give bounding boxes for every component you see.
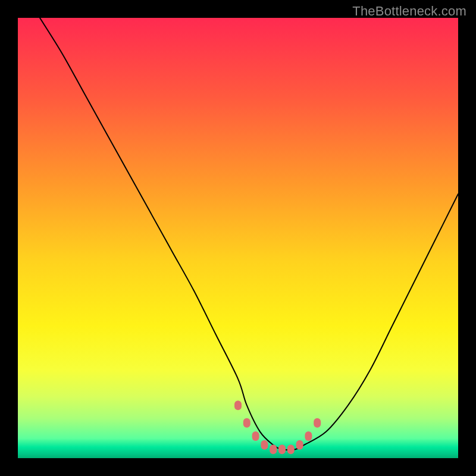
plot-area (18, 18, 458, 458)
chart-frame: TheBottleneck.com (0, 0, 476, 476)
marker-dot (270, 444, 277, 454)
marker-dot (287, 444, 295, 454)
marker-dot (234, 400, 242, 410)
marker-dot (296, 440, 303, 450)
marker-dot (261, 440, 268, 450)
marker-dot (243, 418, 250, 428)
bottleneck-curve (40, 18, 458, 450)
highlight-markers (234, 400, 321, 454)
marker-dot (314, 418, 321, 428)
marker-dot (278, 444, 286, 454)
marker-dot (305, 431, 312, 441)
marker-dot (252, 431, 259, 441)
watermark-text: TheBottleneck.com (352, 4, 466, 19)
chart-svg (18, 18, 458, 458)
